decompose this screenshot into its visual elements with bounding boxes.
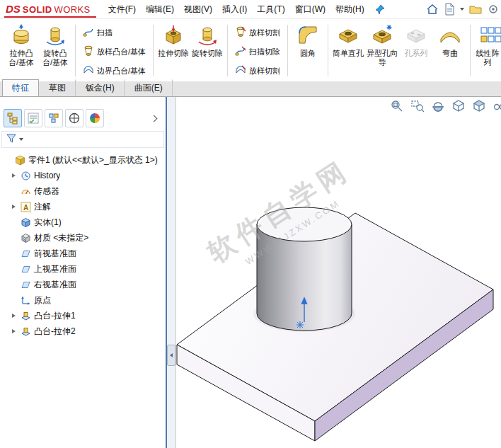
hole-series-icon (405, 23, 427, 48)
hole-wizard-button[interactable]: 异型孔向导 (365, 21, 399, 69)
hole-wizard-label: 异型孔向导 (366, 49, 398, 67)
menu-view[interactable]: 视图(V) (179, 0, 217, 19)
tree-item-solid-bodies[interactable]: 实体(1) (1, 214, 166, 230)
menu-insert[interactable]: 插入(I) (217, 0, 252, 19)
view-orientation-icon[interactable] (451, 99, 466, 113)
tree-item-label: 上视基准面 (34, 263, 76, 275)
menu-bar: DS SOLIDWORKS 文件(F) 编辑(E) 视图(V) 插入(I) 工具… (0, 0, 501, 19)
swept-cut-label: 扫描切除 (249, 47, 280, 57)
section-view-icon[interactable] (431, 99, 445, 113)
ribbon-group-cut-extra: 放样切割 扫描切除 放样切割 (229, 21, 286, 81)
swept-boss-button[interactable]: 扫描 (79, 24, 117, 41)
tree-item-front-plane[interactable]: 前视基准面 (1, 246, 166, 261)
expand-arrow-icon[interactable] (12, 329, 16, 333)
boundary-cut-button[interactable]: 放样切割 (231, 62, 284, 79)
tree-item-annotations[interactable]: A 注解 (1, 199, 166, 214)
lofted-cut-button[interactable]: 放样切割 (231, 24, 284, 41)
hole-wizard-icon (371, 23, 393, 48)
collapse-arrow-icon (170, 353, 173, 357)
extruded-boss-label: 拉伸凸台/基体 (5, 49, 38, 67)
tree-item-boss-extrude2[interactable]: 凸台-拉伸2 (1, 323, 166, 339)
tree-item-boss-extrude1[interactable]: 凸台-拉伸1 (1, 308, 166, 323)
display-manager-tab[interactable] (86, 109, 104, 127)
new-document-icon[interactable] (444, 3, 455, 16)
tree-filter-input[interactable] (25, 134, 160, 145)
revolved-cut-button[interactable]: 旋转切除 (190, 21, 224, 60)
3d-model-viewport[interactable] (176, 97, 500, 448)
heads-up-view-toolbar (390, 99, 501, 113)
menu-file[interactable]: 文件(F) (103, 0, 141, 19)
menu-edit[interactable]: 编辑(E) (141, 0, 179, 19)
linear-pattern-label: 线性阵列 (474, 49, 501, 67)
filter-dropdown-icon[interactable] (19, 138, 23, 141)
tab-sketch[interactable]: 草图 (39, 79, 76, 96)
extruded-cut-button[interactable]: 拉伸切除 (156, 21, 190, 60)
new-document-dropdown-icon[interactable] (460, 8, 464, 11)
fillet-button[interactable]: 圆角 (291, 21, 325, 60)
boundary-cut-label: 放样切割 (249, 66, 280, 76)
menu-help[interactable]: 帮助(H) (330, 0, 369, 19)
extruded-cut-icon (162, 23, 185, 48)
ribbon-separator (227, 25, 228, 76)
panel-expand-chevron-icon[interactable] (151, 115, 158, 122)
tree-item-top-plane[interactable]: 上视基准面 (1, 261, 166, 277)
linear-pattern-button[interactable]: 线性阵列 (473, 21, 501, 69)
menu-window[interactable]: 窗口(W) (290, 0, 330, 19)
simple-hole-icon (337, 23, 359, 48)
dimxpert-manager-tab[interactable] (65, 109, 84, 127)
boundary-boss-button[interactable]: 边界凸台/基体 (79, 62, 150, 79)
flex-button[interactable]: 弯曲 (433, 21, 467, 60)
extruded-boss-icon (10, 23, 33, 48)
tree-item-history[interactable]: History (1, 168, 166, 183)
revolved-boss-icon (44, 23, 67, 48)
zoom-area-icon[interactable] (410, 99, 425, 113)
plane-icon (20, 279, 31, 290)
filter-icon[interactable] (6, 133, 17, 147)
pin-menu-icon[interactable] (375, 4, 385, 15)
tree-item-label: History (34, 171, 60, 180)
swept-cut-button[interactable]: 扫描切除 (231, 43, 284, 60)
revolved-cut-icon (196, 23, 219, 48)
tree-item-label: 注解 (34, 201, 51, 213)
panel-collapse-handle[interactable] (167, 345, 175, 366)
ribbon-group-boss: 拉伸凸台/基体 旋转凸台/基体 (3, 21, 74, 81)
part-icon (14, 154, 25, 166)
tree-item-right-plane[interactable]: 右视基准面 (1, 277, 166, 292)
property-manager-tab[interactable] (24, 109, 42, 127)
ribbon-separator (287, 25, 288, 76)
tree-item-sensors[interactable]: 传感器 (1, 183, 166, 199)
sensors-icon (20, 185, 31, 197)
options-icon[interactable] (487, 3, 500, 16)
lofted-boss-icon (83, 45, 94, 58)
simple-hole-button[interactable]: 简单直孔 (331, 21, 365, 60)
tab-features[interactable]: 特征 (2, 79, 39, 96)
command-manager-tabs: 特征 草图 钣金(H) 曲面(E) (0, 81, 501, 97)
extruded-boss-button[interactable]: 拉伸凸台/基体 (4, 21, 38, 69)
revolved-boss-button[interactable]: 旋转凸台/基体 (38, 21, 72, 69)
display-style-icon[interactable] (472, 99, 486, 113)
expand-arrow-icon[interactable] (12, 205, 16, 209)
menu-tools[interactable]: 工具(T) (252, 0, 289, 19)
zoom-fit-icon[interactable] (390, 99, 404, 113)
tree-item-origin[interactable]: 原点 (1, 292, 166, 308)
hide-show-items-icon[interactable] (493, 99, 501, 113)
logo-works-text: WORKS (54, 4, 91, 15)
home-icon[interactable] (425, 3, 439, 16)
tab-sheet-metal[interactable]: 钣金(H) (76, 79, 125, 96)
tab-surfaces[interactable]: 曲面(E) (125, 79, 173, 96)
expand-arrow-icon[interactable] (12, 173, 16, 178)
ribbon-separator (328, 25, 328, 76)
boundary-cut-icon (235, 64, 246, 77)
expand-arrow-icon[interactable] (12, 314, 16, 318)
tree-item-material[interactable]: 材质 <未指定> (1, 230, 166, 246)
configuration-manager-tab[interactable] (45, 109, 63, 127)
panel-splitter[interactable] (167, 97, 176, 448)
open-document-icon[interactable] (469, 4, 482, 15)
graphics-area[interactable]: 软件自学网 WWW.RJZXW.COM (176, 97, 501, 448)
tree-item-part-root[interactable]: 零件1 (默认<<默认>_显示状态 1>) (1, 152, 166, 168)
tree-item-label: 右视基准面 (34, 279, 76, 291)
swept-cut-icon (235, 45, 246, 58)
feature-manager-tab[interactable] (4, 109, 22, 127)
lofted-boss-button[interactable]: 放样凸台/基体 (79, 43, 150, 60)
flex-label: 弯曲 (442, 49, 458, 58)
